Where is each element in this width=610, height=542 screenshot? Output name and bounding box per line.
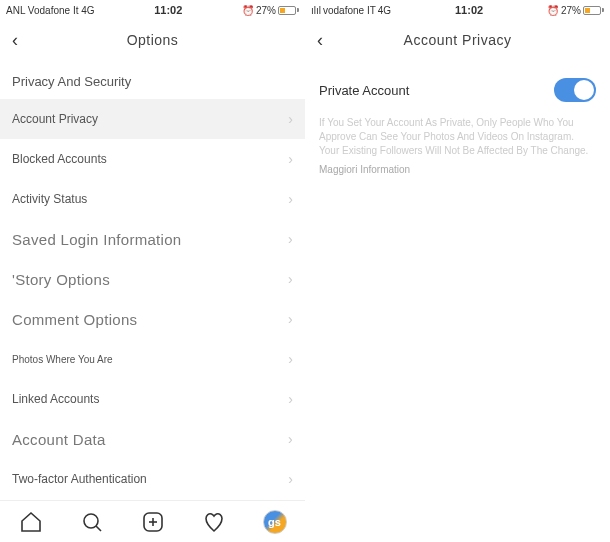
list-item-label: Two-factor Authentication [12,472,147,486]
avatar: gs [263,510,287,534]
list-item-label: Activity Status [12,192,87,206]
tab-bar: gs [0,500,305,542]
chevron-right-icon: › [288,151,293,167]
chevron-right-icon: › [288,391,293,407]
svg-line-1 [96,526,101,531]
list-item-label: Saved Login Information [12,231,182,248]
heart-icon[interactable] [202,510,226,534]
back-button[interactable]: ‹ [317,30,323,51]
signal-icon: ılıl [311,5,321,16]
chevron-right-icon: › [288,431,293,447]
search-icon[interactable] [80,510,104,534]
list-item-comment-options[interactable]: Comment Options› [0,299,305,339]
list-item-label: Blocked Accounts [12,152,107,166]
battery-pct: 27% [256,5,276,16]
more-info-link[interactable]: Maggiori Information [305,162,610,177]
chevron-right-icon: › [288,111,293,127]
network-label: 4G [378,5,391,16]
list-item--story-options[interactable]: 'Story Options› [0,259,305,299]
privacy-description: If You Set Your Account As Private, Only… [305,112,610,162]
list-item-photos-where-you-are[interactable]: Photos Where You Are› [0,339,305,379]
back-button[interactable]: ‹ [12,30,18,51]
home-icon[interactable] [19,510,43,534]
chevron-right-icon: › [288,471,293,487]
list-item-two-factor-authentication[interactable]: Two-factor Authentication› [0,459,305,499]
private-account-row: Private Account [305,60,610,112]
profile-avatar[interactable]: gs [263,510,287,534]
list-item-label: Comment Options [12,311,137,328]
battery-icon [583,6,604,15]
list-item-blocked-accounts[interactable]: Blocked Accounts› [0,139,305,179]
clock: 11:02 [455,4,483,16]
chevron-right-icon: › [288,311,293,327]
battery-pct: 27% [561,5,581,16]
list-item-saved-login-information[interactable]: Saved Login Information› [0,219,305,259]
alarm-icon: ⏰ [242,5,254,16]
clock: 11:02 [154,4,182,16]
battery-icon [278,6,299,15]
section-header-privacy: Privacy And Security [0,60,305,99]
add-post-icon[interactable] [141,510,165,534]
svg-point-0 [84,514,98,528]
chevron-right-icon: › [288,351,293,367]
settings-list: Account Privacy›Blocked Accounts›Activit… [0,99,305,539]
nav-bar: ‹ Account Privacy [305,20,610,60]
chevron-right-icon: › [288,271,293,287]
alarm-icon: ⏰ [547,5,559,16]
account-privacy-screen: ılıl vodafone IT 4G 11:02 ⏰ 27% ‹ Accoun… [305,0,610,542]
list-item-label: Linked Accounts [12,392,99,406]
options-screen: ANL Vodafone It 4G 11:02 ⏰ 27% ‹ Options… [0,0,305,542]
page-title: Account Privacy [305,32,610,48]
list-item-label: Account Data [12,431,106,448]
status-bar-right: ılıl vodafone IT 4G 11:02 ⏰ 27% [305,0,610,20]
list-item-label: 'Story Options [12,271,110,288]
chevron-right-icon: › [288,191,293,207]
list-item-label: Photos Where You Are [12,354,113,365]
private-account-label: Private Account [319,83,409,98]
nav-bar: ‹ Options [0,20,305,60]
private-account-toggle[interactable] [554,78,596,102]
list-item-activity-status[interactable]: Activity Status› [0,179,305,219]
chevron-right-icon: › [288,231,293,247]
list-item-account-privacy[interactable]: Account Privacy› [0,99,305,139]
list-item-account-data[interactable]: Account Data› [0,419,305,459]
carrier-label: ANL Vodafone It 4G [6,5,95,16]
list-item-label: Account Privacy [12,112,98,126]
status-bar-left: ANL Vodafone It 4G 11:02 ⏰ 27% [0,0,305,20]
page-title: Options [0,32,305,48]
list-item-linked-accounts[interactable]: Linked Accounts› [0,379,305,419]
carrier-label: vodafone IT [323,5,376,16]
